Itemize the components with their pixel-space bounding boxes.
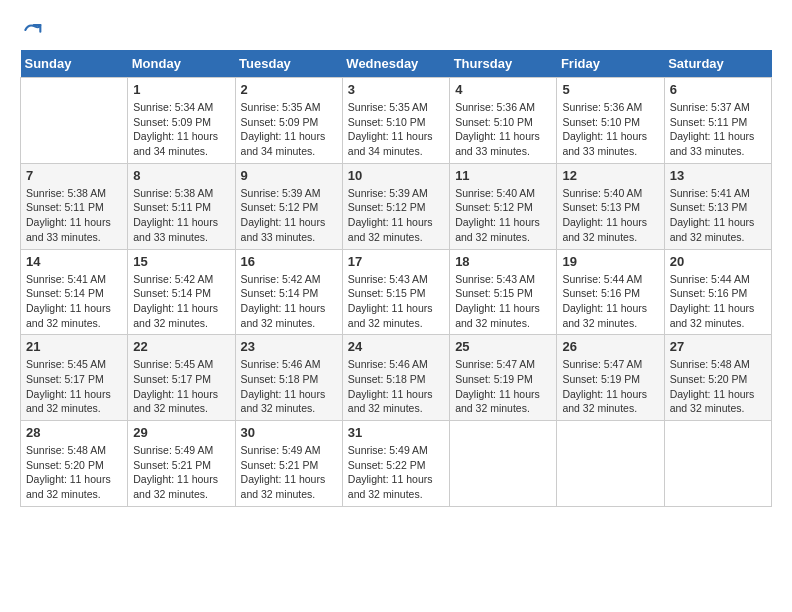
day-number: 8 bbox=[133, 168, 229, 183]
day-details: Sunrise: 5:42 AMSunset: 5:14 PMDaylight:… bbox=[241, 272, 337, 331]
day-number: 28 bbox=[26, 425, 122, 440]
day-number: 12 bbox=[562, 168, 658, 183]
day-details: Sunrise: 5:35 AMSunset: 5:10 PMDaylight:… bbox=[348, 100, 444, 159]
day-details: Sunrise: 5:35 AMSunset: 5:09 PMDaylight:… bbox=[241, 100, 337, 159]
day-details: Sunrise: 5:34 AMSunset: 5:09 PMDaylight:… bbox=[133, 100, 229, 159]
day-details: Sunrise: 5:38 AMSunset: 5:11 PMDaylight:… bbox=[26, 186, 122, 245]
table-row: 19Sunrise: 5:44 AMSunset: 5:16 PMDayligh… bbox=[557, 249, 664, 335]
day-number: 11 bbox=[455, 168, 551, 183]
day-number: 9 bbox=[241, 168, 337, 183]
calendar-week-row: 1Sunrise: 5:34 AMSunset: 5:09 PMDaylight… bbox=[21, 78, 772, 164]
table-row: 30Sunrise: 5:49 AMSunset: 5:21 PMDayligh… bbox=[235, 421, 342, 507]
table-row: 26Sunrise: 5:47 AMSunset: 5:19 PMDayligh… bbox=[557, 335, 664, 421]
day-number: 22 bbox=[133, 339, 229, 354]
day-details: Sunrise: 5:40 AMSunset: 5:12 PMDaylight:… bbox=[455, 186, 551, 245]
table-row bbox=[21, 78, 128, 164]
day-details: Sunrise: 5:38 AMSunset: 5:11 PMDaylight:… bbox=[133, 186, 229, 245]
day-details: Sunrise: 5:36 AMSunset: 5:10 PMDaylight:… bbox=[562, 100, 658, 159]
table-row: 25Sunrise: 5:47 AMSunset: 5:19 PMDayligh… bbox=[450, 335, 557, 421]
table-row: 10Sunrise: 5:39 AMSunset: 5:12 PMDayligh… bbox=[342, 163, 449, 249]
day-number: 26 bbox=[562, 339, 658, 354]
day-details: Sunrise: 5:48 AMSunset: 5:20 PMDaylight:… bbox=[26, 443, 122, 502]
table-row: 31Sunrise: 5:49 AMSunset: 5:22 PMDayligh… bbox=[342, 421, 449, 507]
day-number: 23 bbox=[241, 339, 337, 354]
table-row: 22Sunrise: 5:45 AMSunset: 5:17 PMDayligh… bbox=[128, 335, 235, 421]
calendar-week-row: 7Sunrise: 5:38 AMSunset: 5:11 PMDaylight… bbox=[21, 163, 772, 249]
day-number: 29 bbox=[133, 425, 229, 440]
day-details: Sunrise: 5:45 AMSunset: 5:17 PMDaylight:… bbox=[133, 357, 229, 416]
day-details: Sunrise: 5:43 AMSunset: 5:15 PMDaylight:… bbox=[455, 272, 551, 331]
calendar-week-row: 28Sunrise: 5:48 AMSunset: 5:20 PMDayligh… bbox=[21, 421, 772, 507]
table-row: 6Sunrise: 5:37 AMSunset: 5:11 PMDaylight… bbox=[664, 78, 771, 164]
table-row: 20Sunrise: 5:44 AMSunset: 5:16 PMDayligh… bbox=[664, 249, 771, 335]
day-details: Sunrise: 5:44 AMSunset: 5:16 PMDaylight:… bbox=[670, 272, 766, 331]
day-number: 6 bbox=[670, 82, 766, 97]
day-details: Sunrise: 5:47 AMSunset: 5:19 PMDaylight:… bbox=[455, 357, 551, 416]
day-number: 5 bbox=[562, 82, 658, 97]
day-number: 25 bbox=[455, 339, 551, 354]
day-number: 24 bbox=[348, 339, 444, 354]
calendar-table: Sunday Monday Tuesday Wednesday Thursday… bbox=[20, 50, 772, 507]
calendar-header-row: Sunday Monday Tuesday Wednesday Thursday… bbox=[21, 50, 772, 78]
day-number: 14 bbox=[26, 254, 122, 269]
table-row bbox=[664, 421, 771, 507]
day-details: Sunrise: 5:43 AMSunset: 5:15 PMDaylight:… bbox=[348, 272, 444, 331]
table-row: 12Sunrise: 5:40 AMSunset: 5:13 PMDayligh… bbox=[557, 163, 664, 249]
day-number: 3 bbox=[348, 82, 444, 97]
table-row: 14Sunrise: 5:41 AMSunset: 5:14 PMDayligh… bbox=[21, 249, 128, 335]
day-number: 7 bbox=[26, 168, 122, 183]
table-row bbox=[450, 421, 557, 507]
header-friday: Friday bbox=[557, 50, 664, 78]
logo-icon bbox=[22, 20, 42, 40]
table-row: 9Sunrise: 5:39 AMSunset: 5:12 PMDaylight… bbox=[235, 163, 342, 249]
day-number: 13 bbox=[670, 168, 766, 183]
logo bbox=[20, 20, 42, 40]
table-row: 2Sunrise: 5:35 AMSunset: 5:09 PMDaylight… bbox=[235, 78, 342, 164]
table-row: 18Sunrise: 5:43 AMSunset: 5:15 PMDayligh… bbox=[450, 249, 557, 335]
day-details: Sunrise: 5:44 AMSunset: 5:16 PMDaylight:… bbox=[562, 272, 658, 331]
header-saturday: Saturday bbox=[664, 50, 771, 78]
table-row: 7Sunrise: 5:38 AMSunset: 5:11 PMDaylight… bbox=[21, 163, 128, 249]
day-details: Sunrise: 5:46 AMSunset: 5:18 PMDaylight:… bbox=[348, 357, 444, 416]
table-row: 3Sunrise: 5:35 AMSunset: 5:10 PMDaylight… bbox=[342, 78, 449, 164]
day-details: Sunrise: 5:49 AMSunset: 5:22 PMDaylight:… bbox=[348, 443, 444, 502]
day-number: 18 bbox=[455, 254, 551, 269]
day-number: 21 bbox=[26, 339, 122, 354]
day-number: 19 bbox=[562, 254, 658, 269]
table-row: 16Sunrise: 5:42 AMSunset: 5:14 PMDayligh… bbox=[235, 249, 342, 335]
day-details: Sunrise: 5:42 AMSunset: 5:14 PMDaylight:… bbox=[133, 272, 229, 331]
day-details: Sunrise: 5:49 AMSunset: 5:21 PMDaylight:… bbox=[133, 443, 229, 502]
day-number: 30 bbox=[241, 425, 337, 440]
day-details: Sunrise: 5:49 AMSunset: 5:21 PMDaylight:… bbox=[241, 443, 337, 502]
page-header bbox=[20, 20, 772, 40]
day-details: Sunrise: 5:41 AMSunset: 5:14 PMDaylight:… bbox=[26, 272, 122, 331]
header-tuesday: Tuesday bbox=[235, 50, 342, 78]
calendar-week-row: 14Sunrise: 5:41 AMSunset: 5:14 PMDayligh… bbox=[21, 249, 772, 335]
table-row: 11Sunrise: 5:40 AMSunset: 5:12 PMDayligh… bbox=[450, 163, 557, 249]
day-number: 20 bbox=[670, 254, 766, 269]
day-number: 15 bbox=[133, 254, 229, 269]
day-details: Sunrise: 5:47 AMSunset: 5:19 PMDaylight:… bbox=[562, 357, 658, 416]
day-number: 16 bbox=[241, 254, 337, 269]
table-row: 15Sunrise: 5:42 AMSunset: 5:14 PMDayligh… bbox=[128, 249, 235, 335]
table-row: 28Sunrise: 5:48 AMSunset: 5:20 PMDayligh… bbox=[21, 421, 128, 507]
table-row: 1Sunrise: 5:34 AMSunset: 5:09 PMDaylight… bbox=[128, 78, 235, 164]
table-row: 8Sunrise: 5:38 AMSunset: 5:11 PMDaylight… bbox=[128, 163, 235, 249]
day-number: 17 bbox=[348, 254, 444, 269]
day-details: Sunrise: 5:36 AMSunset: 5:10 PMDaylight:… bbox=[455, 100, 551, 159]
header-sunday: Sunday bbox=[21, 50, 128, 78]
table-row: 29Sunrise: 5:49 AMSunset: 5:21 PMDayligh… bbox=[128, 421, 235, 507]
table-row: 27Sunrise: 5:48 AMSunset: 5:20 PMDayligh… bbox=[664, 335, 771, 421]
day-details: Sunrise: 5:45 AMSunset: 5:17 PMDaylight:… bbox=[26, 357, 122, 416]
table-row: 13Sunrise: 5:41 AMSunset: 5:13 PMDayligh… bbox=[664, 163, 771, 249]
table-row bbox=[557, 421, 664, 507]
table-row: 4Sunrise: 5:36 AMSunset: 5:10 PMDaylight… bbox=[450, 78, 557, 164]
day-number: 31 bbox=[348, 425, 444, 440]
day-details: Sunrise: 5:37 AMSunset: 5:11 PMDaylight:… bbox=[670, 100, 766, 159]
day-number: 1 bbox=[133, 82, 229, 97]
day-number: 2 bbox=[241, 82, 337, 97]
header-wednesday: Wednesday bbox=[342, 50, 449, 78]
day-details: Sunrise: 5:48 AMSunset: 5:20 PMDaylight:… bbox=[670, 357, 766, 416]
table-row: 23Sunrise: 5:46 AMSunset: 5:18 PMDayligh… bbox=[235, 335, 342, 421]
day-details: Sunrise: 5:39 AMSunset: 5:12 PMDaylight:… bbox=[241, 186, 337, 245]
